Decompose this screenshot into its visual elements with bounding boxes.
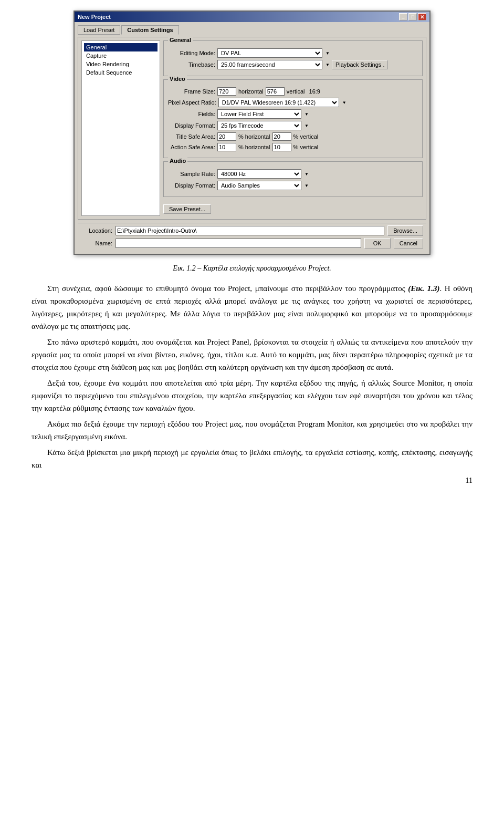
timebase-select[interactable]: 25.00 frames/second <box>217 60 322 69</box>
frame-size-h-input[interactable]: 720 <box>217 87 236 96</box>
sample-rate-select[interactable]: 48000 Hz <box>217 169 301 179</box>
tab-row: Load Preset Custom Settings <box>78 25 426 35</box>
title-safe-row: Title Safe Area: 20 % horizontal 20 % ve… <box>168 132 418 141</box>
paragraph-3: Δεξιά του, έχουμε ένα κομμάτι που αποτελ… <box>32 377 472 415</box>
location-input[interactable]: E:\Ptyxiakh Project\Intro-Outro\ <box>116 226 384 235</box>
general-section-label: General <box>168 37 193 43</box>
paragraph-1: Στη συνέχεια, αφού δώσουμε το επιθυμητό … <box>32 282 472 333</box>
new-project-dialog: New Project _ □ ✕ Load Preset Custom Set… <box>74 11 430 255</box>
timebase-arrow: ▼ <box>326 63 330 67</box>
sample-rate-label: Sample Rate: <box>168 171 215 177</box>
horizontal-label: horizontal <box>238 88 264 95</box>
title-safe-h-unit: % horizontal <box>238 133 270 140</box>
figure-number: Εικ. 1.2 <box>173 264 196 272</box>
action-safe-h-unit: % horizontal <box>238 144 270 150</box>
minimize-button[interactable]: _ <box>399 13 407 20</box>
action-safe-label: Action Safe Area: <box>168 144 215 150</box>
display-format-row: Display Format: 25 fps Timecode ▼ <box>168 121 418 130</box>
paragraph-4: Ακόμα πιο δεξιά έχουμε την περιοχή εξόδο… <box>32 418 472 443</box>
audio-display-format-label: Display Format: <box>168 182 215 189</box>
audio-section-label: Audio <box>168 158 187 164</box>
sample-rate-arrow: ▼ <box>304 172 309 177</box>
video-section-label: Video <box>168 76 187 82</box>
frame-size-label: Frame Size: <box>168 88 215 95</box>
audio-display-format-select[interactable]: Audio Samples <box>217 181 301 190</box>
title-safe-label: Title Safe Area: <box>168 133 215 140</box>
action-safe-h-input[interactable]: 10 <box>217 143 236 151</box>
action-safe-v-unit: % vertical <box>293 144 319 150</box>
display-format-select[interactable]: 25 fps Timecode <box>217 121 301 130</box>
editing-mode-row: Editing Mode: DV PAL ▼ <box>168 48 418 58</box>
dialog-bottom: Location: E:\Ptyxiakh Project\Intro-Outr… <box>78 223 426 251</box>
display-format-label: Display Format: <box>168 122 215 129</box>
dialog-titlebar: New Project _ □ ✕ <box>75 12 429 22</box>
dialog-body: Load Preset Custom Settings General Capt… <box>75 22 429 254</box>
body-text: Στη συνέχεια, αφού δώσουμε το επιθυμητό … <box>32 282 472 471</box>
figure-caption: Εικ. 1.2 – Καρτέλα επιλογής προσαρμοσμέν… <box>32 264 472 273</box>
pixel-aspect-select[interactable]: D1/DV PAL Widescreen 16:9 (1.422) <box>218 98 339 107</box>
pixel-aspect-arrow: ▼ <box>342 100 346 105</box>
audio-section: Audio Sample Rate: 48000 Hz ▼ <box>163 161 423 197</box>
cancel-button[interactable]: Cancel <box>394 238 423 249</box>
tab-load-preset[interactable]: Load Preset <box>78 25 120 35</box>
close-button[interactable]: ✕ <box>418 13 426 20</box>
title-safe-v-input[interactable]: 20 <box>272 132 291 141</box>
left-panel-item-general[interactable]: General <box>84 43 158 51</box>
playback-settings-button[interactable]: Playback Settings . <box>332 60 388 69</box>
vertical-label: vertical <box>287 88 305 95</box>
editing-mode-select[interactable]: DV PAL <box>217 48 322 58</box>
maximize-button[interactable]: □ <box>408 13 417 20</box>
editing-mode-arrow: ▼ <box>326 51 330 56</box>
dialog-title: New Project <box>78 14 111 20</box>
action-safe-row: Action Safe Area: 10 % horizontal 10 % v… <box>168 143 418 151</box>
general-section: General Editing Mode: DV PAL ▼ <box>163 40 423 76</box>
save-preset-area: Save Preset... <box>163 200 423 216</box>
name-label: Name: <box>81 240 112 246</box>
dialog-wrapper: New Project _ □ ✕ Load Preset Custom Set… <box>32 11 472 255</box>
action-safe-v-input[interactable]: 10 <box>272 143 291 151</box>
ok-button[interactable]: OK <box>364 238 391 249</box>
para1-italic: (Εικ. 1.3) <box>408 284 439 293</box>
fields-arrow: ▼ <box>304 112 309 117</box>
tab-custom-settings[interactable]: Custom Settings <box>121 25 178 35</box>
para1-start: Στη συνέχεια, αφού δώσουμε το επιθυμητό … <box>47 284 408 293</box>
page-number: 11 <box>466 477 472 485</box>
ratio-text: 16:9 <box>309 88 320 95</box>
video-section: Video Frame Size: 720 horizontal 576 ver… <box>163 79 423 158</box>
pixel-aspect-label: Pixel Aspect Ratio: <box>168 99 216 106</box>
audio-display-arrow: ▼ <box>304 183 309 188</box>
dialog-content: General Capture Video Rendering Default … <box>78 37 426 220</box>
titlebar-buttons: _ □ ✕ <box>399 13 426 20</box>
frame-size-row: Frame Size: 720 horizontal 576 vertical … <box>168 87 418 96</box>
timebase-row: Timebase: 25.00 frames/second ▼ Playback… <box>168 60 418 69</box>
paragraph-5: Κάτω δεξιά βρίσκεται μια μικρή περιοχή μ… <box>32 446 472 471</box>
title-safe-v-unit: % vertical <box>293 133 319 140</box>
sample-rate-row: Sample Rate: 48000 Hz ▼ <box>168 169 418 179</box>
timebase-label: Timebase: <box>168 61 215 68</box>
fields-select[interactable]: Lower Field First <box>217 109 301 119</box>
left-panel-item-video-rendering[interactable]: Video Rendering <box>84 60 158 68</box>
audio-display-format-row: Display Format: Audio Samples ▼ <box>168 181 418 190</box>
location-label: Location: <box>81 227 112 234</box>
left-panel-item-default-sequence[interactable]: Default Sequence <box>84 68 158 77</box>
paragraph-2: Στο πάνω αριστερό κομμάτι, που ονομάζετα… <box>32 336 472 374</box>
name-row: Name: OK Cancel <box>81 238 423 249</box>
pixel-aspect-row: Pixel Aspect Ratio: D1/DV PAL Widescreen… <box>168 98 418 107</box>
fields-row: Fields: Lower Field First ▼ <box>168 109 418 119</box>
right-panel: General Editing Mode: DV PAL ▼ <box>163 40 423 216</box>
left-panel-item-capture[interactable]: Capture <box>84 51 158 60</box>
display-format-arrow: ▼ <box>304 123 309 128</box>
name-input[interactable] <box>116 239 361 248</box>
browse-button[interactable]: Browse... <box>387 225 423 236</box>
frame-size-v-input[interactable]: 576 <box>266 87 285 96</box>
save-preset-button[interactable]: Save Preset... <box>163 204 211 214</box>
figure-text: – Καρτέλα επιλογής προσαρμοσμένου Projec… <box>197 264 331 272</box>
left-panel: General Capture Video Rendering Default … <box>81 40 160 216</box>
title-safe-h-input[interactable]: 20 <box>217 132 236 141</box>
fields-label: Fields: <box>168 111 215 117</box>
location-row: Location: E:\Ptyxiakh Project\Intro-Outr… <box>81 225 423 236</box>
editing-mode-label: Editing Mode: <box>168 50 215 56</box>
